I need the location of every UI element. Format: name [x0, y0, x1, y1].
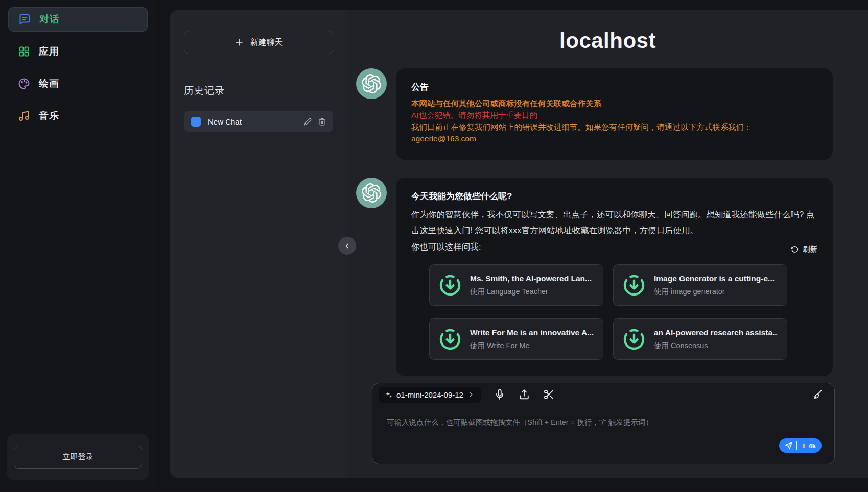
sidebar: 对话 应用 绘画 音乐 立即登录: [0, 0, 156, 492]
sidebar-item-label: 对话: [39, 13, 60, 26]
plus-icon: [234, 38, 244, 47]
new-chat-button[interactable]: 新建聊天: [184, 31, 333, 54]
model-selector[interactable]: o1-mini-2024-09-12: [379, 387, 481, 403]
welcome-body: 作为你的智慧伙伴，我不仅可以写文案、出点子，还可以和你聊天、回答问题。想知道我还…: [411, 207, 817, 238]
sidebar-item-label: 应用: [39, 45, 59, 58]
chat-list-item[interactable]: New Chat: [184, 111, 333, 132]
upload-icon: [519, 389, 530, 400]
arrow-down-circle-icon: [622, 328, 646, 351]
suggestion-subtitle: 使用 image generator: [654, 287, 775, 297]
message-bubble: 今天我能为您做些什么呢? 作为你的智慧伙伴，我不仅可以写文案、出点子，还可以和你…: [396, 178, 833, 376]
clip-screenshot-button[interactable]: [543, 389, 554, 400]
app-window: 对话 应用 绘画 音乐 立即登录: [0, 0, 868, 492]
chevron-right-icon: [467, 391, 475, 398]
login-card: 立即登录: [7, 434, 149, 480]
message-input[interactable]: [372, 406, 834, 464]
announcement-line-2: AI也会犯错。请勿将其用于重要目的: [411, 109, 817, 121]
suggestion-texts: Image Generator is a cutting-e... 使用 ima…: [654, 274, 775, 297]
openai-logo-icon: [362, 74, 381, 93]
announcement-line-3: 我们目前正在修复我们网站上的错误并改进细节。如果您有任何疑问，请通过以下方式联系…: [411, 121, 817, 133]
refresh-label: 刷新: [803, 244, 817, 254]
chat-item-title: New Chat: [208, 117, 297, 126]
suggestion-grid: Ms. Smith, the AI-powered Lan... 使用 Lang…: [429, 264, 817, 360]
assistant-message-announcement: 公告 本网站与任何其他公司或商标没有任何关联或合作关系 AI也会犯错。请勿将其用…: [356, 68, 833, 160]
arrow-down-circle-icon: [438, 274, 462, 297]
edit-chat-icon[interactable]: [304, 118, 312, 126]
chevron-left-icon: [343, 241, 352, 251]
suggestion-subtitle: 使用 Consensus: [654, 341, 778, 351]
delete-chat-icon[interactable]: [318, 118, 326, 126]
microphone-icon: [494, 389, 505, 400]
content-panel: 新建聊天 历史记录 New Chat: [170, 10, 868, 478]
suggestion-card[interactable]: an AI-powered research assista... 使用 Con…: [613, 318, 787, 360]
chat-color-swatch: [191, 117, 201, 127]
arrow-down-circle-icon: [622, 274, 646, 297]
message-bubble: 公告 本网站与任何其他公司或商标没有任何关联或合作关系 AI也会犯错。请勿将其用…: [396, 68, 833, 160]
suggestion-card[interactable]: Ms. Smith, the AI-powered Lan... 使用 Lang…: [429, 264, 603, 306]
new-chat-label: 新建聊天: [250, 37, 283, 48]
chat-bubble-icon: [18, 13, 31, 26]
chat-main: localhost 公告 本网站与任何其他公司或商标没有任何关联或合作关系 AI…: [347, 10, 868, 478]
sidebar-item-music[interactable]: 音乐: [8, 104, 148, 128]
sidebar-item-label: 音乐: [39, 109, 59, 122]
assistant-message-welcome: 今天我能为您做些什么呢? 作为你的智慧伙伴，我不仅可以写文案、出点子，还可以和你…: [356, 178, 833, 376]
announcement-line-1: 本网站与任何其他公司或商标没有任何关联或合作关系: [411, 97, 817, 109]
arrow-down-circle-icon: [438, 328, 462, 351]
palette-icon: [18, 78, 30, 90]
page-title: localhost: [347, 29, 868, 53]
ask-hint: 你也可以这样问我:: [411, 239, 791, 254]
voice-input-button[interactable]: [494, 389, 505, 400]
sidebar-item-label: 绘画: [39, 77, 59, 90]
composer: o1-mini-2024-09-12: [372, 383, 835, 464]
history-title: 历史记录: [184, 84, 333, 97]
music-note-icon: [18, 110, 30, 122]
login-button[interactable]: 立即登录: [14, 446, 142, 469]
message-list: 公告 本网站与任何其他公司或商标没有任何关联或合作关系 AI也会犯错。请勿将其用…: [347, 53, 868, 378]
suggestion-texts: Write For Me is an innovative A... 使用 Wr…: [470, 328, 594, 351]
token-badge: 4k: [796, 441, 816, 450]
paper-plane-icon: [785, 442, 792, 450]
token-count: 4k: [809, 442, 816, 450]
chat-history-sidebar: 新建聊天 历史记录 New Chat: [170, 10, 347, 478]
announcement-title: 公告: [411, 81, 817, 93]
contact-email: ageerle@163.com: [411, 133, 817, 144]
composer-input-area: 4k: [372, 406, 834, 464]
composer-toolbar: o1-mini-2024-09-12: [372, 383, 834, 406]
collapse-sidebar-button[interactable]: [338, 237, 356, 255]
suggestion-title: Ms. Smith, the AI-powered Lan...: [470, 274, 592, 283]
hint-row: 你也可以这样问我: 刷新: [411, 239, 817, 254]
suggestion-card[interactable]: Image Generator is a cutting-e... 使用 ima…: [613, 264, 787, 306]
send-button[interactable]: 4k: [779, 438, 822, 453]
assistant-avatar: [356, 68, 387, 99]
openai-logo-icon: [362, 183, 381, 203]
apps-grid-icon: [18, 45, 30, 58]
sparkle-icon: [385, 391, 392, 399]
suggestion-title: Image Generator is a cutting-e...: [654, 274, 775, 283]
sidebar-item-apps[interactable]: 应用: [8, 39, 148, 64]
assistant-avatar: [356, 178, 387, 208]
suggestion-title: Write For Me is an innovative A...: [470, 328, 594, 337]
sidebar-item-draw[interactable]: 绘画: [8, 71, 148, 96]
clear-context-button[interactable]: [812, 389, 823, 400]
divider: [170, 70, 347, 70]
scissors-icon: [543, 389, 554, 400]
suggestion-subtitle: 使用 Write For Me: [470, 341, 594, 351]
broom-icon: [812, 389, 823, 400]
coin-icon: [801, 442, 807, 449]
welcome-title: 今天我能为您做些什么呢?: [411, 190, 817, 202]
chat-item-actions: [304, 118, 326, 126]
suggestion-texts: an AI-powered research assista... 使用 Con…: [654, 328, 778, 351]
suggestion-card[interactable]: Write For Me is an innovative A... 使用 Wr…: [429, 318, 603, 360]
suggestion-title: an AI-powered research assista...: [654, 328, 778, 337]
refresh-icon: [791, 245, 799, 253]
suggestion-subtitle: 使用 Language Teacher: [470, 287, 592, 297]
suggestion-texts: Ms. Smith, the AI-powered Lan... 使用 Lang…: [470, 274, 592, 297]
refresh-suggestions-button[interactable]: 刷新: [791, 244, 817, 254]
model-label: o1-mini-2024-09-12: [396, 390, 463, 399]
sidebar-item-chat[interactable]: 对话: [8, 7, 148, 32]
upload-file-button[interactable]: [519, 389, 530, 400]
